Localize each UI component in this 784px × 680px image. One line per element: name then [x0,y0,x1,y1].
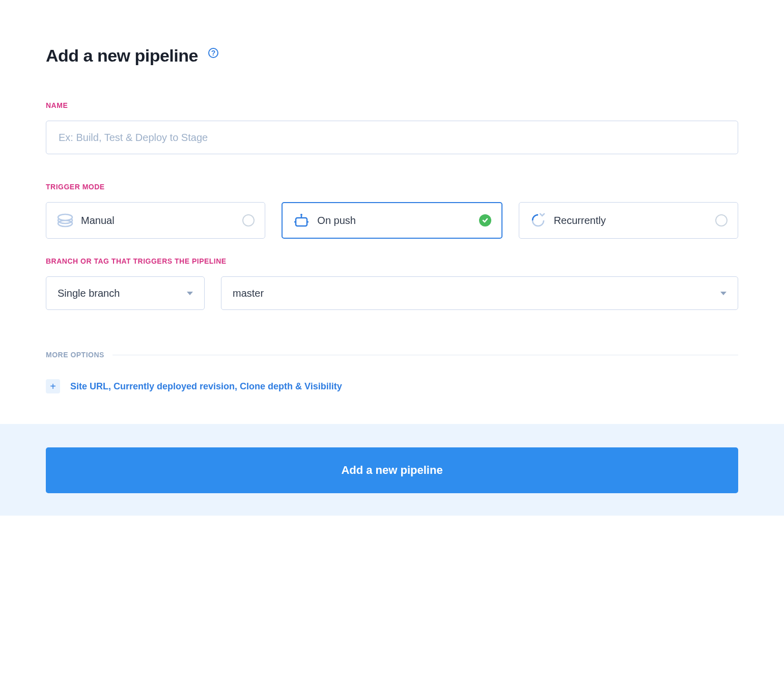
name-label: NAME [46,101,738,109]
plus-icon: + [46,379,60,393]
trigger-option-label: Recurrently [554,215,715,226]
manual-icon [57,212,74,229]
radio-unchecked-icon [242,214,255,226]
divider [113,355,738,355]
svg-point-2 [58,214,72,220]
robot-icon [293,212,310,229]
branch-name-value: master [233,288,264,299]
recurring-icon [529,212,547,229]
trigger-mode-label: TRIGGER MODE [46,183,738,191]
trigger-option-on-push[interactable]: On push [282,202,502,239]
branch-label: BRANCH OR TAG THAT TRIGGERS THE PIPELINE [46,257,738,265]
chevron-down-icon [187,292,193,295]
footer: Add a new pipeline [0,424,784,516]
trigger-option-label: On push [317,215,479,226]
more-options-header: MORE OPTIONS [46,351,738,359]
page-title: Add a new pipeline [46,46,198,66]
branch-scope-select[interactable]: Single branch [46,276,205,310]
chevron-down-icon [720,292,726,295]
more-options-text: Site URL, Currently deployed revision, C… [70,381,342,392]
branch-scope-value: Single branch [58,288,120,299]
help-icon[interactable]: ? [208,48,218,58]
trigger-option-recurrently[interactable]: Recurrently [519,202,738,239]
svg-point-4 [300,214,302,216]
branch-name-select[interactable]: master [221,276,738,310]
svg-rect-3 [296,218,307,226]
page-header: Add a new pipeline ? [46,46,738,66]
radio-checked-icon [479,214,491,226]
more-options-label: MORE OPTIONS [46,351,104,359]
trigger-option-label: Manual [81,215,242,226]
trigger-option-manual[interactable]: Manual [46,202,265,239]
radio-unchecked-icon [715,214,727,226]
add-pipeline-button[interactable]: Add a new pipeline [46,447,738,493]
more-options-expand[interactable]: + Site URL, Currently deployed revision,… [46,379,738,393]
pipeline-name-input[interactable] [46,121,738,154]
